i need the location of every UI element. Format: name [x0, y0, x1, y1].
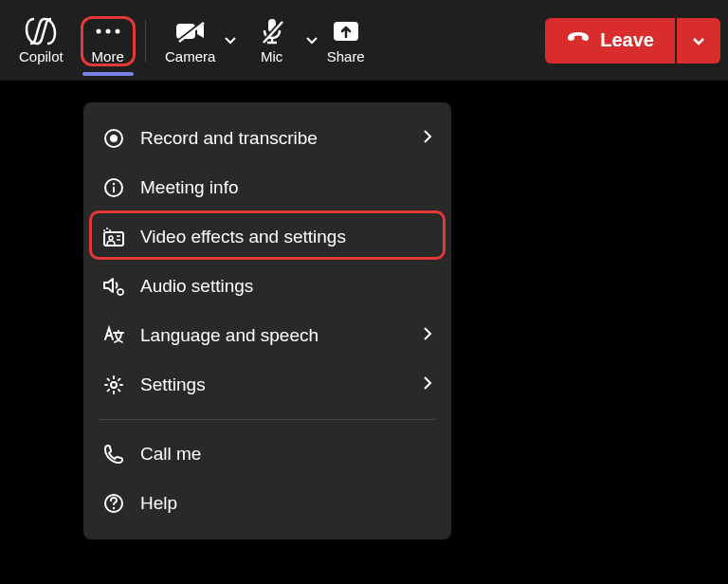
copilot-button[interactable]: Copilot: [8, 10, 75, 70]
menu-item-settings[interactable]: Settings: [83, 360, 451, 410]
leave-label: Leave: [600, 29, 654, 51]
gear-icon: [102, 374, 125, 396]
menu-label: Record and transcribe: [140, 128, 408, 149]
chevron-down-icon: [691, 35, 706, 46]
menu-label: Audio settings: [140, 276, 432, 297]
record-icon: [102, 127, 125, 150]
svg-point-15: [113, 183, 115, 185]
menu-item-meeting-info[interactable]: Meeting info: [83, 163, 451, 212]
more-icon: [95, 16, 121, 46]
menu-item-record[interactable]: Record and transcribe: [83, 114, 451, 163]
leave-group: Leave: [545, 18, 720, 64]
leave-button[interactable]: Leave: [545, 18, 675, 64]
camera-label: Camera: [165, 48, 215, 64]
menu-label: Settings: [140, 374, 408, 395]
svg-point-1: [105, 29, 110, 34]
menu-label: Call me: [140, 444, 432, 465]
menu-label: Help: [140, 493, 432, 514]
menu-label: Video effects and settings: [140, 227, 432, 247]
menu-label: Meeting info: [140, 177, 432, 198]
meeting-toolbar: Copilot More Camera: [0, 0, 728, 81]
camera-off-icon: [174, 16, 207, 46]
active-underline: [82, 72, 134, 76]
svg-point-24: [113, 507, 115, 509]
toolbar-divider: [145, 20, 146, 62]
hangup-icon: [566, 29, 591, 51]
menu-label: Language and speech: [140, 325, 408, 346]
audio-settings-icon: [102, 275, 125, 298]
menu-item-video-effects[interactable]: Video effects and settings: [83, 212, 451, 262]
mic-label: Mic: [261, 48, 282, 64]
svg-point-22: [111, 382, 117, 388]
menu-item-help[interactable]: Help: [83, 479, 451, 528]
copilot-icon: [25, 16, 57, 46]
video-effects-icon: [102, 226, 125, 248]
menu-divider: [99, 419, 436, 420]
svg-point-0: [96, 29, 100, 34]
menu-item-call-me[interactable]: Call me: [83, 429, 451, 479]
chevron-right-icon: [423, 128, 432, 149]
more-button[interactable]: More: [75, 10, 141, 70]
more-dropdown-menu: Record and transcribe Meeting info Video…: [83, 102, 451, 539]
phone-icon: [102, 443, 125, 465]
menu-item-audio-settings[interactable]: Audio settings: [83, 262, 451, 311]
svg-point-18: [109, 236, 113, 240]
mic-button[interactable]: Mic: [231, 10, 313, 70]
chevron-right-icon: [423, 374, 432, 395]
more-label: More: [92, 48, 124, 64]
leave-options-button[interactable]: [677, 18, 720, 64]
mic-off-icon: [260, 16, 284, 46]
help-icon: [102, 492, 125, 515]
share-icon: [332, 16, 360, 46]
svg-point-2: [115, 29, 119, 34]
language-icon: [102, 324, 125, 347]
camera-button[interactable]: Camera: [150, 10, 231, 70]
info-icon: [102, 176, 125, 199]
share-label: Share: [327, 48, 365, 64]
copilot-label: Copilot: [19, 48, 64, 64]
chevron-right-icon: [423, 325, 432, 346]
menu-item-language[interactable]: Language and speech: [83, 311, 451, 360]
share-button[interactable]: Share: [313, 10, 379, 70]
svg-point-13: [110, 135, 118, 142]
